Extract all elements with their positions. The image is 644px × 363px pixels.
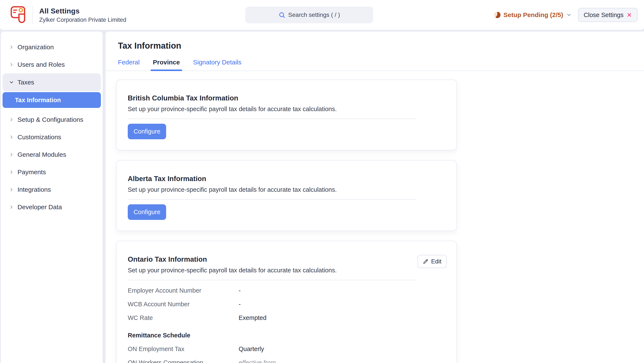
- card-divider: [128, 280, 416, 280]
- field-row-on-workers-compensation: ON Workers Compensation effective from: [128, 356, 446, 363]
- close-settings-button[interactable]: Close Settings: [578, 8, 638, 22]
- sidebar-item-setup-configurations[interactable]: Setup & Configurations: [1, 111, 102, 128]
- field-label: WC Rate: [128, 314, 238, 322]
- card-description: Set up your province-specific payroll ta…: [128, 267, 446, 274]
- field-label: WCB Account Number: [128, 301, 238, 308]
- chevron-right-icon: [9, 152, 14, 157]
- tab-bar: Federal Province Signatory Details: [118, 59, 242, 70]
- sidebar-item-customizations[interactable]: Customizations: [1, 128, 102, 146]
- payroll-logo-icon: [10, 5, 27, 25]
- card-british-columbia-tax: British Columbia Tax Information Set up …: [116, 80, 457, 150]
- tab-federal[interactable]: Federal: [118, 59, 140, 70]
- field-value: -: [238, 301, 241, 308]
- header-divider: [32, 6, 33, 24]
- edit-button-label: Edit: [431, 258, 442, 265]
- close-settings-label: Close Settings: [584, 12, 624, 18]
- sidebar-item-tax-information[interactable]: Tax Information: [2, 92, 101, 108]
- sidebar-item-taxes[interactable]: Taxes: [2, 73, 101, 91]
- sidebar-item-developer-data[interactable]: Developer Data: [1, 198, 102, 216]
- card-alberta-tax: Alberta Tax Information Set up your prov…: [116, 160, 457, 231]
- chevron-right-icon: [9, 117, 14, 122]
- configure-button[interactable]: Configure: [128, 204, 166, 220]
- field-value: effective from: [238, 359, 276, 363]
- card-description: Set up your province-specific payroll ta…: [128, 106, 446, 112]
- setup-pending-label: Setup Pending (2/5): [504, 11, 563, 18]
- field-value: Exempted: [238, 314, 266, 322]
- setup-progress-pie-icon: [494, 12, 500, 18]
- main-panel: Tax Information Federal Province Signato…: [106, 32, 644, 363]
- field-row-wc-rate: WC Rate Exempted: [128, 311, 446, 324]
- search-placeholder: Search settings ( / ): [288, 12, 340, 18]
- field-value: Quarterly: [238, 346, 264, 352]
- card-title: British Columbia Tax Information: [128, 94, 446, 102]
- chevron-right-icon: [9, 44, 14, 50]
- field-row-on-employment-tax: ON Employment Tax Quarterly: [128, 342, 446, 356]
- section-title: Tax Information: [118, 41, 644, 50]
- sidebar-item-organization[interactable]: Organization: [1, 38, 102, 56]
- card-description: Set up your province-specific payroll ta…: [128, 186, 446, 193]
- search-input[interactable]: Search settings ( / ): [245, 6, 373, 23]
- sidebar-item-users-and-roles[interactable]: Users and Roles: [1, 56, 102, 73]
- app-header: All Settings Zylker Corporation Private …: [0, 0, 644, 30]
- field-row-wcb-account-number: WCB Account Number -: [128, 297, 446, 311]
- field-row-employer-account-number: Employer Account Number -: [128, 284, 446, 297]
- tab-signatory-details[interactable]: Signatory Details: [193, 59, 242, 70]
- card-title: Alberta Tax Information: [128, 175, 446, 183]
- sidebar-item-payments[interactable]: Payments: [1, 163, 102, 181]
- pencil-icon: [423, 258, 428, 264]
- chevron-right-icon: [9, 204, 14, 210]
- brand: All Settings Zylker Corporation Private …: [6, 5, 126, 25]
- sidebar-item-integrations[interactable]: Integrations: [1, 181, 102, 198]
- card-title: Ontario Tax Information: [128, 255, 446, 264]
- company-name: Zylker Corporation Private Limited: [39, 17, 126, 23]
- card-divider: [128, 118, 416, 119]
- chevron-down-icon: [566, 12, 572, 18]
- field-label: ON Employment Tax: [128, 346, 238, 352]
- field-label: ON Workers Compensation: [128, 359, 238, 363]
- sidebar-item-general-modules[interactable]: General Modules: [1, 146, 102, 163]
- chevron-right-icon: [9, 170, 14, 175]
- tab-province[interactable]: Province: [153, 59, 180, 70]
- chevron-down-icon: [9, 80, 14, 85]
- page-title: All Settings: [39, 7, 126, 15]
- close-icon: [626, 12, 632, 18]
- edit-button[interactable]: Edit: [418, 255, 446, 268]
- card-ontario-tax: Edit Ontario Tax Information Set up your…: [116, 241, 457, 363]
- search-icon: [278, 12, 285, 18]
- card-divider: [128, 199, 416, 200]
- field-label: Employer Account Number: [128, 287, 238, 294]
- setup-pending-dropdown[interactable]: Setup Pending (2/5): [494, 11, 572, 18]
- settings-sidebar: Organization Users and Roles Taxes Tax I…: [1, 32, 102, 363]
- chevron-right-icon: [9, 134, 14, 140]
- chevron-right-icon: [9, 187, 14, 192]
- chevron-right-icon: [9, 62, 14, 67]
- remittance-schedule-heading: Remittance Schedule: [128, 328, 446, 342]
- configure-button[interactable]: Configure: [128, 124, 166, 139]
- field-value: -: [238, 287, 241, 294]
